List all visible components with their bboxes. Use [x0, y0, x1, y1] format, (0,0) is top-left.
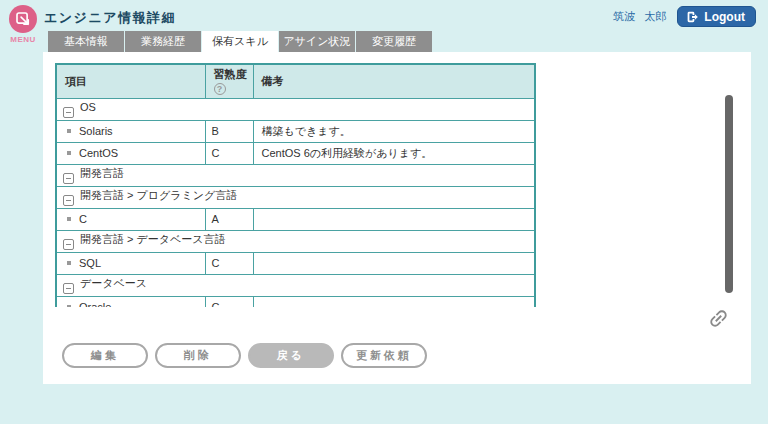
table-row: CentOS C CentOS 6の利用経験があります。: [56, 142, 535, 164]
col-header-item: 項目: [56, 64, 205, 98]
tab-change-history[interactable]: 変更履歴: [356, 31, 432, 52]
table-group-row: OS: [56, 98, 535, 120]
tab-skills[interactable]: 保有スキル: [202, 31, 278, 52]
table-group-row: データベース: [56, 274, 535, 296]
skill-name: SQL: [79, 257, 101, 269]
skill-name: CentOS: [79, 147, 118, 159]
skill-level: C: [205, 142, 253, 164]
skill-name: C: [79, 213, 87, 225]
tab-basic-info[interactable]: 基本情報: [48, 31, 124, 52]
bullet-icon: [67, 305, 71, 307]
table-row: Oracle C: [56, 296, 535, 307]
col-header-note: 備考: [253, 64, 535, 98]
edit-button[interactable]: 編集: [62, 343, 148, 368]
collapse-minus-icon[interactable]: [63, 283, 74, 294]
skill-level: B: [205, 120, 253, 142]
link-icon[interactable]: [707, 307, 731, 331]
help-icon[interactable]: ?: [214, 83, 226, 95]
menu-label: MENU: [6, 35, 40, 44]
bullet-icon: [67, 151, 71, 155]
skills-table: 項目 習熟度 ? 備考 OS Solaris B 構築もできます。 CentOS…: [55, 63, 536, 307]
user-name: 筑波 太郎: [613, 9, 666, 24]
group-label: 開発言語 > プログラミング言語: [80, 189, 237, 201]
table-row: Solaris B 構築もできます。: [56, 120, 535, 142]
bullet-icon: [67, 261, 71, 265]
collapse-minus-icon[interactable]: [63, 107, 74, 118]
skill-note: CentOS 6の利用経験があります。: [253, 142, 535, 164]
page-title: エンジニア情報詳細: [44, 9, 176, 27]
external-arrow-icon: [14, 10, 32, 28]
menu-logo-circle: [9, 5, 37, 33]
tab-bar: 基本情報業務経歴保有スキルアサイン状況変更履歴: [48, 31, 432, 52]
logout-label: Logout: [704, 10, 745, 24]
collapse-minus-icon[interactable]: [63, 173, 74, 184]
table-row: SQL C: [56, 252, 535, 274]
tab-work-history[interactable]: 業務経歴: [125, 31, 201, 52]
group-label: OS: [80, 101, 96, 113]
back-button: 戻る: [248, 343, 334, 368]
table-row: C A: [56, 208, 535, 230]
skill-note: [253, 208, 535, 230]
bullet-icon: [67, 217, 71, 221]
col-header-level: 習熟度 ?: [205, 64, 253, 98]
group-label: 開発言語: [80, 167, 124, 179]
delete-button[interactable]: 削除: [155, 343, 241, 368]
update-request-button[interactable]: 更新依頼: [341, 343, 427, 368]
logout-button[interactable]: Logout: [677, 6, 756, 27]
table-group-row: 開発言語 > データベース言語: [56, 230, 535, 252]
group-label: 開発言語 > データベース言語: [80, 233, 226, 245]
vertical-scrollbar-thumb[interactable]: [725, 95, 733, 293]
skills-table-container: 項目 習熟度 ? 備考 OS Solaris B 構築もできます。 CentOS…: [55, 63, 536, 307]
collapse-minus-icon[interactable]: [63, 239, 74, 250]
table-group-row: 開発言語 > プログラミング言語: [56, 186, 535, 208]
bullet-icon: [67, 129, 71, 133]
skill-note: [253, 252, 535, 274]
skill-level: A: [205, 208, 253, 230]
skill-name: Solaris: [79, 125, 113, 137]
table-group-row: 開発言語: [56, 164, 535, 186]
menu-button[interactable]: MENU: [6, 5, 40, 44]
header-user-area: 筑波 太郎 Logout: [613, 6, 756, 27]
action-buttons: 編集削除戻る更新依頼: [62, 343, 427, 368]
skill-name: Oracle: [79, 301, 111, 307]
skill-note: 構築もできます。: [253, 120, 535, 142]
logout-door-icon: [685, 10, 699, 24]
skill-level: C: [205, 252, 253, 274]
collapse-minus-icon[interactable]: [63, 195, 74, 206]
content-panel: 項目 習熟度 ? 備考 OS Solaris B 構築もできます。 CentOS…: [43, 52, 751, 384]
skill-level: C: [205, 296, 253, 307]
col-header-level-label: 習熟度: [214, 67, 247, 82]
skill-note: [253, 296, 535, 307]
table-header-row: 項目 習熟度 ? 備考: [56, 64, 535, 98]
tab-assign-status[interactable]: アサイン状況: [279, 31, 355, 52]
group-label: データベース: [80, 277, 147, 289]
